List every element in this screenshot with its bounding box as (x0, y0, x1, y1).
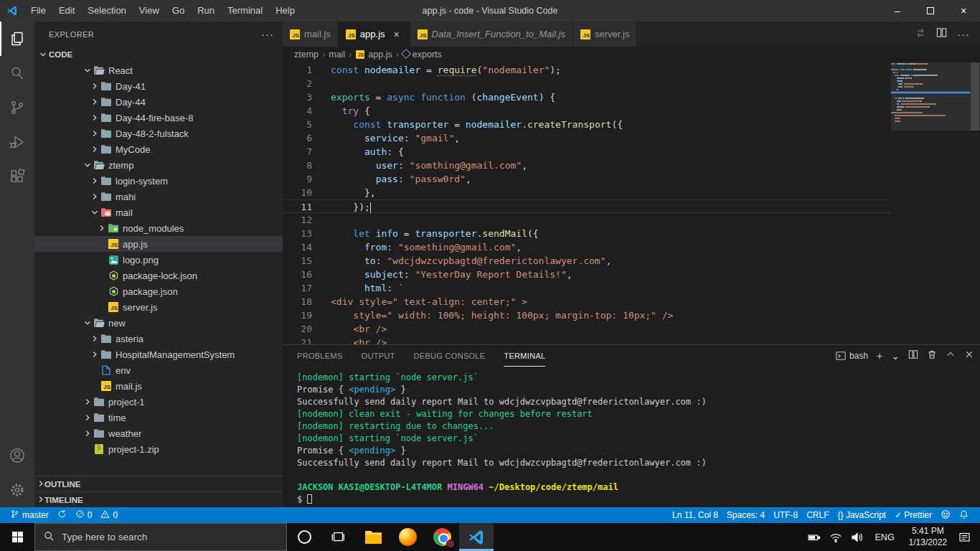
explorer-icon[interactable] (0, 22, 34, 56)
split-editor-icon[interactable] (936, 27, 947, 41)
status-feedback[interactable] (936, 507, 955, 523)
split-terminal-icon[interactable] (908, 349, 918, 362)
tree-folder-ztemp[interactable]: ztemp (34, 157, 283, 173)
line-number[interactable]: 11 (283, 200, 331, 212)
tree-folder-hospitalmanagementsystem[interactable]: HospitalManagementSystem (34, 347, 283, 362)
code-line-13[interactable]: 13 let info = transporter.sendMail({ (283, 227, 891, 240)
maximize-button[interactable] (914, 0, 947, 22)
code-line-5[interactable]: 5 const transporter = nodemailer.createT… (283, 118, 891, 131)
panel-tab-problems[interactable]: PROBLEMS (297, 345, 343, 367)
tab-data_insert_function_to_mail.js[interactable]: JSData_Insert_Function_to_Mail.js (410, 22, 573, 47)
code-line-4[interactable]: 4 try { (283, 104, 891, 118)
file-explorer-button[interactable] (356, 523, 390, 551)
volume-icon[interactable] (848, 532, 867, 543)
close-button[interactable]: × (947, 0, 980, 22)
settings-icon[interactable] (0, 473, 34, 507)
line-number[interactable]: 10 (283, 186, 331, 199)
line-number[interactable]: 14 (283, 240, 331, 254)
code-editor[interactable]: 1const nodemailer = require("nodemailer"… (283, 62, 980, 344)
line-number[interactable]: 9 (283, 172, 331, 186)
tree-folder-node_modules[interactable]: node_modules (34, 220, 283, 236)
line-number[interactable]: 17 (283, 281, 331, 295)
menu-item-edit[interactable]: Edit (52, 0, 81, 22)
section-header-timeline[interactable]: TIMELINE (34, 491, 283, 507)
code-line-15[interactable]: 15 to: "wdcjdwzcvpbagtd@frederictonlawye… (283, 254, 891, 268)
tree-folder-mahi[interactable]: mahi (34, 189, 283, 204)
status--javascript[interactable]: {} JavaScript (834, 507, 890, 523)
cortana-button[interactable] (287, 523, 321, 551)
tree-folder-mycode[interactable]: MyCode (34, 141, 283, 157)
status--prettier[interactable]: ✓ Prettier (890, 507, 936, 523)
menu-item-file[interactable]: File (24, 0, 52, 22)
status-spaces-4[interactable]: Spaces: 4 (722, 507, 769, 523)
tree-folder-day-44-fire-base-8[interactable]: Day-44-fire-base-8 (34, 110, 283, 126)
tree-folder-react[interactable]: React (34, 62, 283, 78)
status-utf-8[interactable]: UTF-8 (769, 507, 802, 523)
task-view-button[interactable] (321, 523, 356, 551)
tree-folder-day-41[interactable]: Day-41 (34, 78, 283, 94)
wifi-icon[interactable] (826, 532, 845, 543)
tree-folder-new[interactable]: new (34, 315, 283, 331)
taskbar-search-input[interactable]: Type here to search (34, 523, 287, 551)
menu-item-help[interactable]: Help (269, 0, 301, 22)
line-number[interactable]: 2 (283, 77, 331, 90)
line-number[interactable]: 5 (283, 118, 331, 131)
tab-app.js[interactable]: JSapp.js× (339, 22, 410, 47)
line-number[interactable]: 4 (283, 104, 331, 118)
tree-file-mail.js[interactable]: JSmail.js (34, 378, 283, 394)
line-number[interactable]: 16 (283, 268, 331, 281)
start-button[interactable] (0, 523, 34, 551)
line-number[interactable]: 12 (283, 213, 331, 227)
breadcrumb-item-exports[interactable]: exports (402, 50, 442, 60)
kill-terminal-icon[interactable] (927, 349, 937, 362)
code-line-18[interactable]: 18<div style=" text-align: center;" > (283, 295, 891, 309)
extensions-icon[interactable] (0, 159, 34, 194)
explorer-more-actions-icon[interactable]: ··· (261, 28, 274, 40)
editor-more-actions-icon[interactable]: ··· (957, 28, 970, 40)
line-number[interactable]: 21 (283, 336, 331, 344)
tree-folder-asteria[interactable]: asteria (34, 331, 283, 347)
maximize-panel-icon[interactable] (946, 349, 956, 362)
tree-file-env[interactable]: env (34, 362, 283, 378)
minimize-button[interactable]: – (881, 0, 914, 22)
status-bell[interactable] (955, 507, 973, 523)
new-terminal-icon[interactable]: + (877, 350, 882, 362)
code-line-19[interactable]: 19 style=" width: 100%; height: 100px; m… (283, 309, 891, 322)
search-icon[interactable] (0, 56, 34, 90)
tree-file-package-lock.json[interactable]: package-lock.json (34, 268, 283, 283)
tree-folder-weather[interactable]: weather (34, 425, 283, 441)
status-ln-11-col-8[interactable]: Ln 11, Col 8 (668, 507, 722, 523)
code-line-20[interactable]: 20 <br /> (283, 322, 891, 336)
minimap[interactable] (891, 62, 970, 344)
line-number[interactable]: 3 (283, 90, 331, 104)
code-line-3[interactable]: 3exports = async function (changeEvent) … (283, 90, 891, 104)
tree-file-project-1.zip[interactable]: project-1.zip (34, 441, 283, 457)
code-line-9[interactable]: 9 pass: "passw0rd", (283, 172, 891, 186)
menu-item-run[interactable]: Run (191, 0, 221, 22)
tab-server.js[interactable]: JSserver.js (573, 22, 637, 47)
run-and-debug-icon[interactable] (0, 125, 34, 159)
code-line-2[interactable]: 2 (283, 77, 891, 90)
panel-tab-output[interactable]: OUTPUT (362, 345, 395, 367)
tree-file-server.js[interactable]: JSserver.js (34, 299, 283, 315)
accounts-icon[interactable] (0, 438, 34, 473)
tree-file-app.js[interactable]: JSapp.js (34, 236, 283, 252)
code-line-1[interactable]: 1const nodemailer = require("nodemailer"… (283, 63, 891, 77)
menu-item-go[interactable]: Go (166, 0, 191, 22)
status-master[interactable]: master (6, 507, 53, 523)
chrome-button[interactable] (425, 523, 459, 551)
terminal-output[interactable]: [nodemon] starting `node server.js`Promi… (283, 367, 980, 507)
code-line-17[interactable]: 17 html: ` (283, 281, 891, 295)
tree-folder-mail[interactable]: mail (34, 204, 283, 220)
line-number[interactable]: 6 (283, 131, 331, 145)
code-line-12[interactable]: 12 (283, 213, 891, 227)
clock[interactable]: 5:41 PM 1/13/2022 (903, 526, 953, 548)
line-number[interactable]: 1 (283, 63, 331, 77)
menu-item-view[interactable]: View (133, 0, 166, 22)
code-line-16[interactable]: 16 subject: "YesterDay Report Details!", (283, 268, 891, 281)
terminal-dropdown-icon[interactable]: ⌄ (891, 350, 900, 362)
firefox-button[interactable] (390, 523, 425, 551)
code-line-11[interactable]: 11 }); (283, 199, 891, 213)
line-number[interactable]: 7 (283, 145, 331, 159)
code-line-8[interactable]: 8 user: "somthing@gmail.com", (283, 159, 891, 172)
